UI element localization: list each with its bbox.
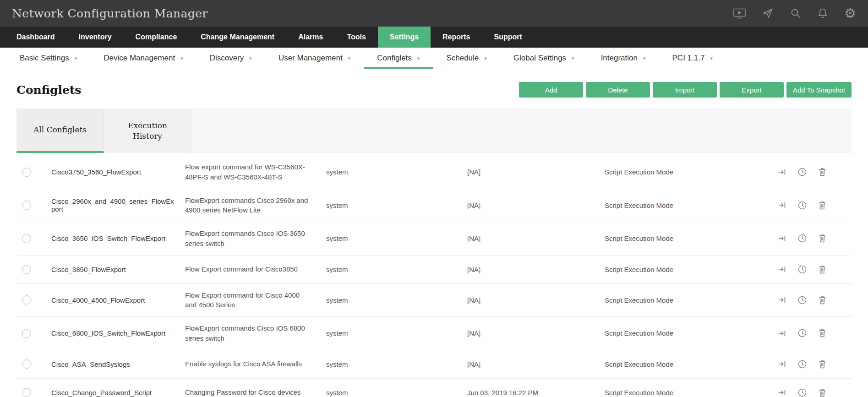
delete-trash-icon[interactable] (819, 388, 826, 397)
table-row: Cisco_6800_IOS_Switch_FlowExport FlowExp… (16, 317, 852, 350)
row-select-radio[interactable] (22, 388, 31, 397)
delete-trash-icon[interactable] (819, 329, 826, 337)
row-select-radio[interactable] (22, 265, 31, 274)
send-plane-icon[interactable] (762, 8, 774, 19)
configlet-name[interactable]: Cisco_2960x_and_4900_series_FlowExport (44, 197, 185, 213)
subnav-user-management[interactable]: User Management▾ (265, 48, 364, 69)
add-button[interactable]: Add (519, 82, 583, 98)
delete-trash-icon[interactable] (819, 360, 826, 369)
history-clock-icon[interactable] (798, 234, 807, 243)
row-select-radio[interactable] (22, 359, 31, 369)
row-select-radio[interactable] (22, 234, 31, 243)
subnav-discovery[interactable]: Discovery▾ (197, 48, 265, 69)
configlet-created-by: system (326, 266, 467, 273)
delete-trash-icon[interactable] (819, 234, 826, 243)
table-row: Cisco_ASA_SendSyslogs Enable syslogs for… (16, 350, 852, 379)
delete-trash-icon[interactable] (819, 168, 826, 176)
configlet-name[interactable]: Cisco_ASA_SendSyslogs (44, 360, 185, 368)
row-radio-cell (16, 234, 44, 243)
chevron-down-icon: ▾ (484, 55, 487, 61)
delete-button[interactable]: Delete (586, 82, 650, 98)
execute-icon[interactable] (778, 201, 786, 209)
chevron-down-icon: ▾ (249, 55, 252, 61)
delete-trash-icon[interactable] (819, 296, 826, 305)
row-actions (778, 265, 852, 274)
configlet-created-by: system (326, 389, 467, 397)
delete-trash-icon[interactable] (819, 265, 826, 274)
history-clock-icon[interactable] (798, 201, 807, 210)
configlet-name[interactable]: Cisco_3850_FlowExport (44, 266, 185, 273)
configlet-execution-mode: Script Execution Mode (605, 389, 760, 397)
configlet-last-modified: [NA] (467, 329, 605, 337)
execute-icon[interactable] (778, 389, 786, 396)
subnav-label: User Management (278, 54, 343, 63)
row-actions (778, 329, 852, 337)
subnav-label: PCI 1.1.7 (672, 54, 705, 63)
import-button[interactable]: Import (653, 82, 717, 98)
search-icon[interactable] (790, 8, 801, 19)
execute-icon[interactable] (778, 169, 786, 176)
execute-icon[interactable] (778, 330, 786, 337)
table-row: Cisco_3650_IOS_Switch_FlowExport FlowExp… (16, 222, 852, 256)
row-select-radio[interactable] (22, 295, 31, 305)
delete-trash-icon[interactable] (819, 201, 826, 210)
subnav-pci[interactable]: PCI 1.1.7▾ (659, 48, 726, 69)
nav-tab-support[interactable]: Support (482, 27, 534, 48)
nav-tab-inventory[interactable]: Inventory (67, 27, 124, 48)
subnav-global-settings[interactable]: Global Settings▾ (500, 48, 588, 69)
chevron-down-icon: ▾ (417, 55, 420, 61)
nav-tab-tools[interactable]: Tools (335, 27, 377, 48)
configlet-name[interactable]: Cisco_3650_IOS_Switch_FlowExport (44, 234, 185, 242)
screen-share-icon[interactable] (733, 8, 746, 19)
chevron-down-icon: ▾ (75, 55, 77, 61)
nav-tab-reports[interactable]: Reports (431, 27, 482, 48)
export-button[interactable]: Export (720, 82, 784, 98)
history-clock-icon[interactable] (798, 388, 807, 397)
subnav-integration[interactable]: Integration▾ (588, 48, 659, 69)
chevron-down-icon: ▾ (572, 55, 574, 61)
history-clock-icon[interactable] (798, 265, 807, 274)
nav-tab-settings[interactable]: Settings (378, 27, 431, 48)
row-actions (778, 234, 852, 243)
configlet-name[interactable]: Cisco_Change_Password_Script (44, 389, 185, 397)
settings-gear-icon[interactable]: ⚙ (844, 7, 856, 20)
configlet-name[interactable]: Cisco3750_3560_FlowExport (44, 168, 185, 176)
configlet-execution-mode: Script Execution Mode (605, 168, 760, 176)
notification-bell-icon[interactable] (818, 8, 828, 19)
nav-tab-change-management[interactable]: Change Management (189, 27, 286, 48)
row-select-radio[interactable] (22, 168, 31, 177)
execute-icon[interactable] (778, 360, 786, 368)
add-to-snapshot-button[interactable]: Add To Snapshot (786, 82, 852, 98)
nav-tab-alarms[interactable]: Alarms (286, 27, 335, 48)
subnav-schedule[interactable]: Schedule▾ (433, 48, 500, 69)
nav-tab-dashboard[interactable]: Dashboard (5, 27, 67, 48)
configlet-execution-mode: Script Execution Mode (605, 234, 760, 242)
history-clock-icon[interactable] (798, 296, 807, 305)
configlet-table: Cisco3750_3560_FlowExport Flow export co… (16, 156, 852, 397)
row-radio-cell (16, 168, 44, 177)
subnav-device-management[interactable]: Device Management▾ (90, 48, 196, 69)
row-select-radio[interactable] (22, 201, 31, 210)
configlet-name[interactable]: Cisco_4000_4500_FlowExport (44, 296, 185, 304)
subnav-configlets[interactable]: Configlets▾ (364, 48, 433, 69)
chevron-down-icon: ▾ (348, 55, 351, 61)
tab-strip: All Configlets Execution History (16, 109, 852, 153)
execute-icon[interactable] (778, 235, 786, 242)
tab-label: All Configlets (33, 125, 87, 135)
history-clock-icon[interactable] (798, 329, 807, 337)
tab-all-configlets[interactable]: All Configlets (16, 109, 104, 153)
subnav-label: Device Management (104, 54, 175, 63)
configlet-name[interactable]: Cisco_6800_IOS_Switch_FlowExport (44, 329, 185, 337)
subnav-basic-settings[interactable]: Basic Settings▾ (6, 48, 90, 69)
configlet-created-by: system (326, 168, 467, 176)
configlet-execution-mode: Script Execution Mode (605, 296, 760, 304)
row-select-radio[interactable] (22, 329, 31, 338)
history-clock-icon[interactable] (798, 360, 807, 369)
tab-execution-history[interactable]: Execution History (104, 109, 191, 153)
history-clock-icon[interactable] (798, 168, 807, 176)
subnav-label: Discovery (210, 54, 244, 63)
execute-icon[interactable] (778, 266, 786, 273)
nav-tab-compliance[interactable]: Compliance (124, 27, 189, 48)
execute-icon[interactable] (778, 296, 786, 304)
row-actions (778, 168, 852, 176)
